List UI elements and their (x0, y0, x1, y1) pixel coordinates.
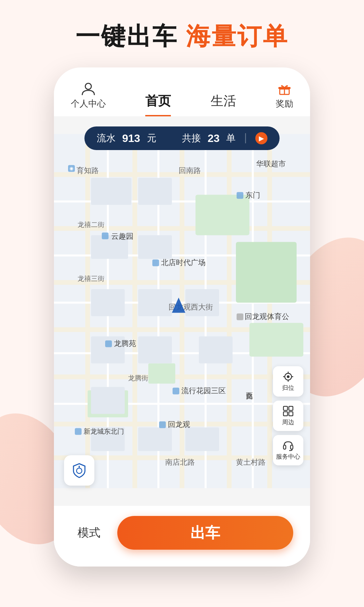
svg-rect-38 (138, 337, 172, 364)
bottom-bar: 模式 出车 (54, 506, 310, 567)
stats-revenue-unit: 元 (147, 132, 156, 145)
stats-revenue-value: 913 (122, 132, 140, 145)
svg-rect-64 (173, 388, 179, 395)
nav-label-life: 生活 (211, 92, 236, 110)
nearby-label: 周边 (282, 418, 294, 426)
gift-icon (277, 81, 292, 96)
svg-text:南店北路: 南店北路 (165, 458, 195, 466)
svg-text:回南路: 回南路 (179, 166, 201, 175)
nav-label-home: 首页 (145, 92, 171, 110)
nav-item-profile[interactable]: 个人中心 (71, 81, 106, 116)
svg-rect-29 (148, 364, 175, 384)
nearby-icon (282, 405, 294, 417)
header-orange-text: 海量订单 (186, 23, 289, 50)
svg-text:北店时代广场: 北店时代广场 (161, 258, 206, 267)
header-black-text: 一键出车 (75, 23, 178, 50)
svg-text:黄土村路: 黄土村路 (236, 458, 266, 466)
locate-label: 归位 (282, 384, 294, 392)
svg-rect-62 (105, 341, 112, 347)
headset-icon (282, 440, 294, 451)
svg-rect-32 (138, 178, 172, 205)
go-button[interactable]: 出车 (117, 516, 293, 550)
svg-text:龙腾苑: 龙腾苑 (114, 339, 136, 348)
nav-item-life[interactable]: 生活 (211, 92, 236, 116)
stats-orders-value: 23 (208, 132, 220, 145)
svg-rect-83 (289, 412, 293, 416)
nearby-button[interactable]: 周边 (273, 401, 303, 431)
shield-button[interactable] (64, 455, 94, 486)
svg-rect-44 (199, 337, 233, 364)
svg-rect-66 (159, 422, 166, 428)
svg-text:育知路: 育知路 (77, 166, 99, 175)
svg-text:龙禧二街: 龙禧二街 (78, 221, 104, 228)
svg-text:龙腾街: 龙腾街 (128, 374, 148, 382)
svg-text:流行花园三区: 流行花园三区 (181, 386, 226, 395)
svg-rect-68 (75, 428, 82, 435)
svg-rect-60 (237, 314, 243, 320)
svg-point-75 (287, 375, 290, 378)
svg-rect-28 (249, 323, 303, 357)
svg-text:东门: 东门 (245, 191, 260, 199)
svg-rect-82 (283, 412, 287, 416)
phone-mockup: 个人中心 首页 生活 奖励 (54, 67, 310, 567)
svg-rect-35 (91, 289, 125, 316)
svg-rect-26 (195, 195, 249, 235)
svg-rect-34 (138, 235, 172, 259)
svg-rect-36 (138, 289, 172, 316)
map-svg: 育知路 龙禧二街 龙禧三街 回南路 回龙观西大街 龙腾街 南店北路 黄土村路 文… (54, 116, 310, 506)
svg-point-86 (77, 468, 82, 473)
svg-rect-31 (91, 178, 131, 205)
svg-point-88 (79, 466, 80, 467)
svg-text:云趣园: 云趣园 (111, 232, 133, 240)
stats-divider (245, 133, 246, 143)
stats-orders-unit: 单 (226, 132, 236, 145)
svg-rect-56 (102, 233, 109, 239)
mode-button[interactable]: 模式 (71, 522, 107, 544)
stats-banner[interactable]: 流水 913 元 共接 23 单 ▶ (85, 126, 280, 150)
svg-rect-85 (291, 445, 293, 449)
header-title: 一键出车 海量订单 (0, 20, 364, 53)
nav-item-rewards[interactable]: 奖励 (276, 81, 293, 116)
service-button[interactable]: 服务中心 (273, 435, 303, 465)
svg-text:新龙城东北门: 新龙城东北门 (84, 428, 124, 435)
map-area: 育知路 龙禧二街 龙禧三街 回南路 回龙观西大街 龙腾街 南店北路 黄土村路 文… (54, 116, 310, 506)
locate-button[interactable]: 归位 (273, 366, 303, 397)
svg-rect-80 (283, 406, 287, 410)
locate-icon (282, 371, 294, 382)
svg-rect-58 (152, 260, 159, 266)
svg-text:华联超市: 华联超市 (256, 160, 286, 168)
svg-rect-27 (236, 242, 297, 303)
svg-text:回龙观体育公: 回龙观体育公 (245, 312, 289, 321)
nav-label-rewards: 奖励 (276, 98, 293, 110)
svg-text:龙禧三街: 龙禧三街 (78, 275, 104, 282)
svg-rect-42 (185, 428, 219, 451)
svg-rect-84 (283, 445, 286, 449)
nav-bar: 个人中心 首页 生活 奖励 (54, 67, 310, 116)
stats-revenue-label: 流水 (97, 132, 116, 145)
svg-point-0 (85, 83, 91, 89)
nav-item-home[interactable]: 首页 (145, 92, 171, 116)
svg-text:◉: ◉ (69, 166, 73, 171)
svg-text:回龙观: 回龙观 (168, 420, 190, 429)
stats-orders-label: 共接 (182, 132, 201, 145)
nav-label-profile: 个人中心 (71, 98, 106, 110)
shield-icon (71, 462, 88, 479)
service-label: 服务中心 (276, 453, 300, 461)
svg-rect-70 (237, 192, 243, 199)
map-action-buttons: 归位 周边 (273, 366, 303, 465)
profile-icon (81, 81, 96, 96)
stats-arrow[interactable]: ▶ (255, 132, 267, 144)
svg-rect-81 (289, 406, 293, 410)
svg-rect-39 (91, 387, 125, 414)
svg-rect-41 (138, 428, 172, 451)
